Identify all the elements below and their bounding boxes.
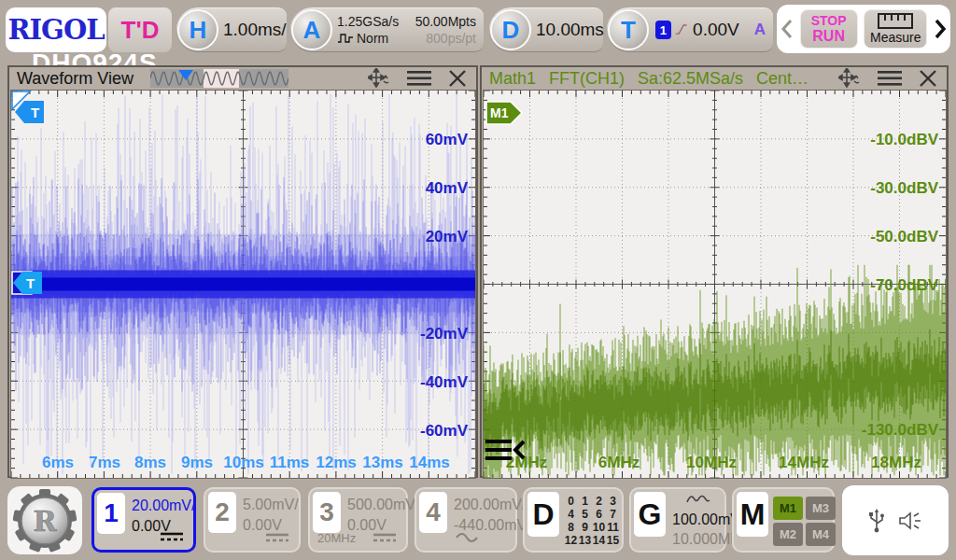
utility-panel: [842, 485, 949, 555]
trigger-control[interactable]: T 1 0.00V A: [607, 7, 773, 52]
digital-bit: 5: [578, 508, 592, 521]
acquisition-control[interactable]: A 1.25GSa/s Norm 50.00Mpts 800ps/pt: [290, 7, 484, 52]
digital-bit: 11: [606, 521, 620, 534]
wf-xlabel: 12ms: [316, 454, 356, 472]
digital-bit: 8: [564, 521, 578, 534]
svg-text:R: R: [34, 505, 58, 538]
horizontal-knob[interactable]: H: [177, 9, 218, 50]
digital-bit: 6: [592, 508, 606, 521]
channel-3-bandwidth: 20MHz: [317, 531, 356, 545]
wf-ylabel: -40mV: [420, 373, 468, 392]
window-menu-icon[interactable]: [407, 70, 431, 87]
channel-1-box[interactable]: 1 20.00mV/ 0.00V: [91, 487, 196, 553]
math-box[interactable]: M M1 M3 M2 M4: [732, 487, 835, 553]
delay-knob[interactable]: D: [490, 9, 531, 50]
collapse-menu-icon[interactable]: [484, 438, 527, 464]
trigger-slope-icon: [675, 21, 687, 38]
digital-bit: 15: [606, 534, 620, 547]
digital-channels-box[interactable]: D 0123456789101112131415: [523, 487, 624, 553]
math4-button[interactable]: M4: [806, 523, 836, 546]
math2-button[interactable]: M2: [773, 523, 803, 546]
digital-bit: 4: [564, 508, 578, 521]
digital-bit: 1: [578, 495, 592, 508]
math1-flag[interactable]: M1: [485, 101, 525, 125]
fft-titlebar[interactable]: Math1 FFT(CH1) Sa:62.5MSa/s Cent…: [482, 67, 947, 90]
wf-xlabel: 10ms: [223, 454, 263, 472]
horizontal-scale-control[interactable]: H 1.00ms/: [176, 7, 287, 52]
trigger-level-flag[interactable]: T: [11, 271, 43, 295]
rigol-gear-button[interactable]: R: [7, 486, 82, 554]
wf-xlabel: 11ms: [270, 454, 310, 472]
fft-xlabel: 6MHz: [598, 454, 640, 472]
run-label: RUN: [812, 28, 845, 45]
toolbar-next-icon[interactable]: [934, 18, 947, 40]
fft-xlabel: 14MHz: [779, 454, 829, 472]
acquire-mode-icon: [337, 33, 354, 44]
digital-bit: 14: [592, 534, 606, 547]
sample-rate: 1.25GSa/s: [337, 13, 411, 30]
channel-1-number: 1: [97, 493, 125, 534]
fft-ylabel: -70.0dBV: [870, 276, 938, 295]
close-window-icon[interactable]: [448, 69, 467, 88]
brand-text: RIGOL: [7, 14, 104, 46]
fft-xlabel: 10MHz: [686, 454, 737, 472]
usb-icon[interactable]: [868, 509, 885, 533]
stop-run-button[interactable]: STOP RUN: [800, 9, 858, 49]
memory-depth: 50.00Mpts: [411, 13, 476, 30]
rigol-logo: RIGOL: [6, 7, 106, 52]
wf-xlabel: 13ms: [362, 454, 402, 472]
channel-2-number: 2: [208, 492, 236, 533]
move-window-icon[interactable]: [368, 68, 390, 89]
measure-button[interactable]: Measure: [864, 9, 927, 49]
generator-box[interactable]: G 100.00mV 10.000MHz: [629, 487, 726, 553]
window-menu-icon[interactable]: [878, 70, 902, 87]
generator-amplitude: 100.00mV: [672, 511, 724, 530]
digital-bit: 2: [592, 495, 606, 508]
fft-math-label: Math1: [489, 69, 536, 89]
ac-coupling-icon: [456, 532, 478, 543]
delay-control[interactable]: D 10.00ms: [489, 7, 603, 52]
dc-coupling-icon: [373, 532, 397, 543]
delay-value: 10.00ms: [536, 20, 613, 40]
fft-ylabel: -10.0dBV: [870, 131, 938, 149]
channel-4-box[interactable]: 4 200.00mV/ -440.00mV: [415, 487, 517, 553]
gear-logo-icon: R: [11, 487, 78, 554]
sample-resolution: 800ps/pt: [411, 30, 476, 47]
channel-3-box[interactable]: 3 500.00mV/ 0.00V 20MHz: [308, 487, 408, 553]
move-window-icon[interactable]: [838, 68, 861, 89]
math1-button[interactable]: M1: [773, 497, 803, 520]
channel-4-number: 4: [419, 492, 447, 533]
math-letter: M: [737, 492, 768, 537]
trigger-status-badge[interactable]: T'D: [108, 7, 172, 52]
wf-ylabel: -20mV: [420, 325, 468, 343]
math3-button[interactable]: M3: [806, 497, 836, 520]
channel-2-box[interactable]: 2 5.00mV/ 0.00V: [204, 487, 301, 553]
fft-plot[interactable]: -10.0dBV -30.0dBV -50.0dBV -70.0dBV -130…: [483, 90, 947, 479]
fft-function-label: FFT(CH1): [549, 69, 625, 89]
wf-xlabel: 6ms: [42, 454, 74, 472]
fft-xlabel: 18MHz: [871, 454, 921, 472]
ruler-icon: [878, 13, 913, 29]
measure-label: Measure: [870, 30, 921, 45]
trigger-knob[interactable]: T: [608, 9, 649, 50]
close-window-icon[interactable]: [919, 69, 937, 88]
digital-bit: 9: [578, 521, 592, 534]
beeper-icon[interactable]: [898, 510, 922, 532]
waveform-plot[interactable]: 60mV 40mV 20mV -20mV -40mV -60mV 6ms 7ms…: [10, 90, 476, 479]
fft-center-label: Cent…: [756, 69, 808, 89]
digital-bit: 13: [578, 534, 592, 547]
waveform-thumbnail[interactable]: [150, 69, 288, 88]
trigger-mode-badge: A: [754, 21, 766, 39]
fft-sample-rate: Sa:62.5MSa/s: [638, 69, 743, 89]
fft-ylabel: -30.0dBV: [870, 179, 938, 198]
channel-4-scale: 200.00mV/: [454, 497, 526, 512]
waveform-view-titlebar[interactable]: Waveform View: [9, 67, 476, 90]
digital-bits-grid: 0123456789101112131415: [564, 495, 620, 547]
acquire-knob[interactable]: A: [291, 9, 332, 50]
toolbar-prev-icon[interactable]: [780, 18, 794, 40]
fft-ylabel: -130.0dBV: [862, 421, 938, 440]
wf-ylabel: -60mV: [420, 422, 468, 441]
trigger-offscreen-flag[interactable]: T: [13, 100, 45, 124]
digital-bit: 7: [606, 508, 620, 521]
waveform-view-title: Waveform View: [17, 69, 134, 89]
